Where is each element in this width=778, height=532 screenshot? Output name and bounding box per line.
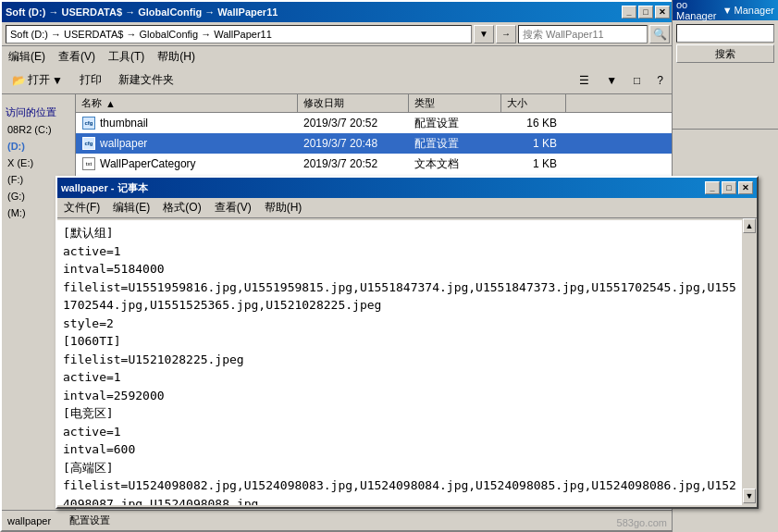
file-row-thumbnail[interactable]: cfg thumbnail 2019/3/7 20:52 配置设置 16 KB [76, 113, 673, 133]
search-btn[interactable]: 🔍 [649, 25, 670, 43]
notepad-title-bar: wallpaper - 记事本 _ □ ✕ [57, 178, 757, 198]
file-date-thumbnail: 2019/3/7 20:52 [298, 116, 409, 130]
drive-c[interactable]: 08R2 (C:) [6, 123, 71, 136]
menu-bar: 编辑(E) 查看(V) 工具(T) 帮助(H) [2, 46, 673, 67]
address-go-btn[interactable]: ▼ [474, 25, 494, 43]
file-icon-wallpaper: cfg [81, 136, 96, 151]
explorer-title-label: Soft (D:) → USERDATA$ → GlobalConfig → W… [6, 6, 278, 18]
notepad-scrollbar: ▲ ▼ [742, 218, 757, 503]
right-title-label: oo Manager [676, 0, 721, 21]
print-label: 打印 [80, 72, 102, 88]
notepad-menu-edit[interactable]: 编辑(E) [110, 199, 153, 217]
file-size-thumbnail: 16 KB [501, 116, 566, 130]
col-size-label: 大小 [507, 96, 527, 110]
menu-tools[interactable]: 工具(T) [105, 48, 147, 66]
sidebar-label: 访问的位置 [6, 105, 71, 119]
scroll-up-btn[interactable]: ▲ [743, 218, 756, 233]
explorer-close-btn[interactable]: ✕ [655, 6, 670, 19]
status-bar: wallpaper 配置设置 [2, 510, 677, 530]
right-title: oo Manager ▼ Manager [673, 0, 778, 20]
address-bar: ▼ → 🔍 [2, 22, 673, 46]
notepad-menu-help[interactable]: 帮助(H) [262, 199, 305, 217]
drive-d[interactable]: (D:) [6, 140, 71, 153]
menu-edit[interactable]: 编辑(E) [6, 48, 48, 66]
explorer-minimize-btn[interactable]: _ [622, 6, 636, 19]
menu-view[interactable]: 查看(V) [56, 48, 98, 66]
view-mode-btn[interactable]: ☰ [573, 69, 596, 92]
right-panel-top: oo Manager ▼ Manager 搜索 [673, 0, 778, 130]
file-date-wallpaper: 2019/3/7 20:48 [298, 136, 409, 151]
file-date-wallpapercategory: 2019/3/7 20:52 [298, 156, 409, 171]
status-filetype: 配置设置 [69, 513, 110, 527]
right-drives-panel [673, 130, 778, 137]
file-row-wallpapercategory[interactable]: txt WallPaperCategory 2019/3/7 20:52 文本文… [76, 154, 673, 174]
right-search-input[interactable] [676, 24, 774, 43]
file-icon-thumbnail: cfg [81, 116, 96, 130]
right-title-arrow: ▼ [722, 5, 733, 16]
new-folder-label: 新建文件夹 [118, 72, 174, 88]
col-header-name[interactable]: 名称 ▲ [76, 94, 298, 112]
col-date-label: 修改日期 [303, 96, 344, 110]
col-name-label: 名称 [81, 96, 102, 110]
file-name-wallpapercategory: txt WallPaperCategory [76, 155, 298, 172]
status-filename: wallpaper [7, 515, 51, 526]
explorer-title-text: Soft (D:) → USERDATA$ → GlobalConfig → W… [6, 6, 620, 18]
explorer-title-bar: Soft (D:) → USERDATA$ → GlobalConfig → W… [2, 2, 673, 22]
preview-btn[interactable]: □ [627, 69, 647, 92]
watermark: 583go.com [617, 517, 667, 528]
col-type-label: 类型 [414, 96, 435, 110]
file-size-wallpaper: 1 KB [501, 136, 566, 151]
col-header-date[interactable]: 修改日期 [298, 94, 409, 112]
new-folder-btn[interactable]: 新建文件夹 [112, 69, 180, 92]
search-input[interactable] [518, 25, 648, 43]
notepad-menu-bar: 文件(F) 编辑(E) 格式(O) 查看(V) 帮助(H) [57, 198, 757, 218]
toolbar-right: ☰ ▼ □ ? [573, 69, 670, 92]
notepad-menu-format[interactable]: 格式(O) [160, 199, 204, 217]
notepad-menu-file[interactable]: 文件(F) [61, 199, 103, 217]
file-type-wallpapercategory: 文本文档 [409, 155, 501, 173]
scroll-down-btn[interactable]: ▼ [743, 489, 756, 503]
notepad-minimize-btn[interactable]: _ [705, 181, 720, 194]
print-btn[interactable]: 打印 [73, 69, 108, 92]
notepad-window: wallpaper - 记事本 _ □ ✕ 文件(F) 编辑(E) 格式(O) … [56, 176, 759, 509]
notepad-content[interactable]: [默认组] active=1 intval=5184000 filelist=U… [57, 220, 742, 505]
open-dropdown-icon: ▼ [52, 74, 63, 87]
menu-help[interactable]: 帮助(H) [154, 48, 198, 66]
open-btn[interactable]: 📂 打开 ▼ [6, 69, 69, 92]
file-size-wallpapercategory: 1 KB [501, 156, 566, 171]
file-list-header: 名称 ▲ 修改日期 类型 大小 [76, 94, 673, 113]
drive-e[interactable]: X (E:) [6, 156, 71, 169]
file-type-thumbnail: 配置设置 [409, 115, 501, 132]
file-type-wallpaper: 配置设置 [409, 135, 501, 153]
open-icon: 📂 [12, 74, 26, 87]
right-search-btn[interactable]: 搜索 [676, 44, 774, 63]
notepad-close-btn[interactable]: ✕ [738, 181, 753, 194]
file-name-wallpaper: cfg wallpaper [76, 135, 298, 152]
view-details-btn[interactable]: ▼ [599, 69, 624, 92]
help-btn[interactable]: ? [650, 69, 670, 92]
notepad-menu-view[interactable]: 查看(V) [212, 199, 254, 217]
address-arrow-btn[interactable]: → [496, 25, 516, 43]
open-label: 打开 [28, 72, 50, 88]
col-header-size[interactable]: 大小 [501, 94, 566, 112]
toolbar: 📂 打开 ▼ 打印 新建文件夹 ☰ ▼ □ ? [2, 67, 673, 94]
right-search: 搜索 [673, 20, 778, 67]
file-name-thumbnail: cfg thumbnail [76, 115, 298, 131]
col-name-sort-icon: ▲ [105, 98, 116, 109]
address-input[interactable] [6, 25, 472, 43]
notepad-title-text: wallpaper - 记事本 [61, 181, 703, 195]
explorer-maximize-btn[interactable]: □ [638, 6, 653, 19]
notepad-maximize-btn[interactable]: □ [722, 181, 736, 194]
scroll-track[interactable] [743, 233, 756, 489]
right-manager-label: Manager [735, 5, 774, 16]
file-row-wallpaper[interactable]: cfg wallpaper 2019/3/7 20:48 配置设置 1 KB [76, 133, 673, 154]
col-header-type[interactable]: 类型 [409, 94, 501, 112]
file-icon-wallpapercategory: txt [81, 156, 96, 171]
